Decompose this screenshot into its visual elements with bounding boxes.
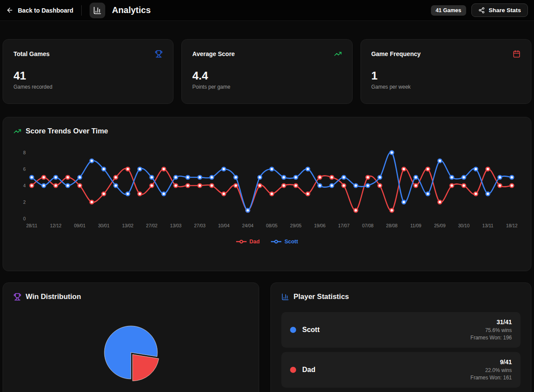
score-trends-card: Score Trends Over Time 0246828/1112/1209… [3, 117, 531, 271]
svg-text:6: 6 [23, 166, 26, 172]
win-distribution-pie-chart[interactable] [98, 320, 164, 385]
svg-text:07/08: 07/08 [362, 223, 374, 228]
svg-text:19/06: 19/06 [314, 223, 325, 228]
legend-marker-icon [271, 239, 281, 244]
player-color-dot [290, 367, 296, 373]
svg-text:08/05: 08/05 [266, 223, 277, 228]
legend-marker-icon [236, 239, 247, 244]
calendar-icon [513, 50, 521, 58]
average-score-title: Average Score [192, 50, 235, 57]
player-statistics-card: Player Statistics Scott 31/41 75.6% wins… [270, 282, 531, 392]
svg-text:13/11: 13/11 [482, 223, 494, 228]
trophy-icon [13, 293, 21, 301]
bottom-grid: Win Distribution Player Statistics Scott [3, 282, 531, 392]
legend-label: Scott [284, 239, 298, 245]
bar-chart-icon [93, 6, 102, 15]
player-name: Dad [302, 366, 315, 374]
chart-legend: Dad Scott [13, 239, 521, 245]
bar-chart-icon [281, 293, 289, 301]
svg-text:18/12: 18/12 [506, 223, 517, 228]
svg-text:28/08: 28/08 [386, 223, 397, 228]
svg-text:24/04: 24/04 [242, 223, 254, 228]
svg-text:30/01: 30/01 [98, 223, 109, 228]
game-frequency-subtitle: Games per week [371, 84, 521, 90]
page-title: Analytics [112, 5, 151, 15]
average-score-value: 4.4 [192, 70, 341, 81]
games-count-badge: 41 Games [431, 5, 466, 16]
top-header: Back to Dashboard Analytics 41 Games Sha… [0, 0, 534, 21]
stats-grid: Total Games 41 Games recorded Average Sc… [3, 39, 531, 104]
player-record: 9/41 [471, 358, 512, 366]
win-distribution-card: Win Distribution [3, 282, 259, 392]
svg-text:4: 4 [23, 183, 26, 188]
share-icon [478, 7, 485, 13]
average-score-card: Average Score 4.4 Points per game [181, 39, 352, 104]
game-frequency-title: Game Frequency [371, 50, 421, 57]
legend-label: Dad [250, 239, 260, 245]
share-stats-label: Share Stats [489, 7, 521, 13]
trophy-icon [155, 50, 163, 58]
legend-item[interactable]: Dad [236, 239, 260, 245]
svg-text:17/07: 17/07 [338, 223, 349, 228]
svg-text:13/03: 13/03 [170, 223, 181, 228]
game-frequency-value: 1 [371, 70, 521, 81]
svg-text:29/05: 29/05 [290, 223, 301, 228]
average-score-subtitle: Points per game [192, 84, 341, 90]
score-trends-title: Score Trends Over Time [26, 127, 108, 135]
svg-text:8: 8 [23, 150, 26, 155]
svg-text:11/09: 11/09 [410, 223, 421, 228]
legend-item[interactable]: Scott [271, 239, 298, 245]
player-row-dad: Dad 9/41 22.0% wins Frames Won: 161 [281, 352, 521, 388]
win-distribution-title: Win Distribution [26, 292, 81, 301]
player-frames-won: Frames Won: 196 [471, 334, 512, 342]
svg-text:12/12: 12/12 [50, 223, 61, 228]
total-games-card: Total Games 41 Games recorded [3, 39, 174, 104]
player-frames-won: Frames Won: 161 [471, 374, 512, 382]
svg-text:27/03: 27/03 [194, 223, 205, 228]
player-win-pct: 75.6% wins [471, 327, 512, 334]
svg-text:10/04: 10/04 [218, 223, 229, 228]
player-win-pct: 22.0% wins [471, 367, 512, 374]
player-row-scott: Scott 31/41 75.6% wins Frames Won: 196 [281, 312, 521, 348]
svg-text:0: 0 [23, 216, 26, 221]
svg-text:28/11: 28/11 [26, 223, 37, 228]
arrow-left-icon [6, 7, 13, 14]
total-games-title: Total Games [13, 50, 50, 57]
svg-text:25/09: 25/09 [434, 223, 445, 228]
back-label: Back to Dashboard [18, 7, 73, 14]
share-stats-button[interactable]: Share Stats [471, 3, 528, 17]
main-content: Total Games 41 Games recorded Average Sc… [0, 39, 534, 392]
trending-up-icon [334, 50, 342, 58]
svg-text:30/10: 30/10 [458, 223, 469, 228]
score-trends-line-chart[interactable]: 0246828/1112/1209/0130/0113/0227/0213/03… [13, 141, 519, 236]
analytics-logo [90, 3, 105, 18]
player-name: Scott [302, 326, 320, 334]
trending-up-icon [13, 127, 21, 135]
total-games-subtitle: Games recorded [13, 84, 163, 90]
player-record: 31/41 [471, 318, 512, 326]
total-games-value: 41 [13, 70, 163, 81]
svg-text:09/01: 09/01 [74, 223, 85, 228]
svg-text:2: 2 [23, 199, 26, 205]
header-divider [81, 5, 82, 16]
back-to-dashboard-button[interactable]: Back to Dashboard [6, 7, 73, 14]
player-rows: Scott 31/41 75.6% wins Frames Won: 196 D… [281, 312, 521, 388]
player-color-dot [290, 327, 296, 333]
svg-text:13/02: 13/02 [122, 223, 134, 228]
svg-text:27/02: 27/02 [146, 223, 157, 228]
player-statistics-title: Player Statistics [294, 292, 349, 301]
game-frequency-card: Game Frequency 1 Games per week [360, 39, 531, 104]
